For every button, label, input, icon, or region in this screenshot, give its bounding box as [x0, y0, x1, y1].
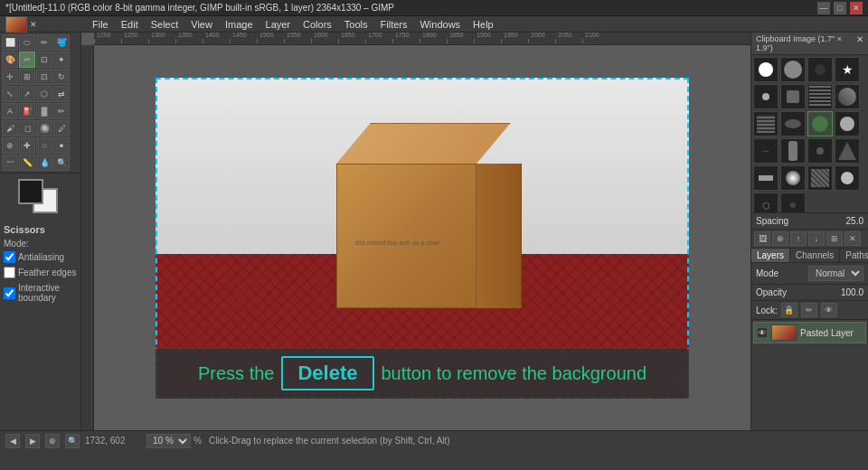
status-btn-action[interactable]: ⊕ [45, 434, 60, 448]
tool-paintbrush[interactable]: 🖌 [2, 120, 18, 136]
layer-visibility-toggle[interactable]: 👁 [757, 327, 768, 338]
mode-dropdown[interactable]: Normal [808, 266, 863, 281]
menu-colors[interactable]: Colors [297, 18, 337, 31]
brush-thumb-11[interactable] [807, 111, 833, 136]
tool-by-color[interactable]: 🎨 [2, 52, 18, 68]
lock-btn-3[interactable]: 👁 [821, 303, 837, 317]
status-btn-next[interactable]: ▶ [25, 434, 40, 448]
brush-thumb-2[interactable] [780, 57, 806, 82]
brush-thumb-21[interactable]: ⬡ [753, 193, 778, 213]
tool-perspective[interactable]: ⬡ [36, 86, 52, 102]
brush-thumb-15[interactable] [807, 138, 833, 164]
maximize-button[interactable]: □ [834, 2, 846, 14]
interactive-checkbox[interactable] [4, 287, 15, 299]
tool-measure[interactable]: 📏 [19, 155, 35, 171]
canvas-inner[interactable]: this closed box acts as a chair Press th… [94, 45, 750, 430]
brush-thumb-10[interactable] [780, 111, 806, 136]
menu-select[interactable]: Select [146, 18, 184, 31]
brushes-close[interactable]: ✕ [856, 34, 863, 52]
tool-dodge[interactable]: ○ [36, 137, 52, 154]
menu-edit[interactable]: Edit [116, 18, 144, 31]
tab-layers[interactable]: Layers [751, 249, 790, 262]
lock-btn-2[interactable]: ✏ [801, 303, 817, 317]
brush-thumb-1[interactable] [753, 57, 778, 82]
tool-rotate[interactable]: ↻ [53, 69, 70, 85]
brush-thumb-16[interactable] [835, 138, 860, 164]
layer-btn-2[interactable]: ⊕ [772, 231, 788, 246]
menu-layer[interactable]: Layer [260, 18, 297, 31]
tool-fuzzy-select[interactable]: 🪣 [53, 34, 70, 51]
menu-image[interactable]: Image [220, 18, 259, 31]
brush-thumb-20[interactable] [835, 165, 860, 191]
tab-paths[interactable]: Paths [840, 249, 868, 262]
tool-paths[interactable]: ✦ [53, 52, 70, 68]
tool-align[interactable]: ⊞ [19, 69, 35, 85]
tool-zoom[interactable]: 🔍 [53, 155, 70, 171]
image-thumbnail[interactable] [5, 16, 27, 33]
brush-thumb-5[interactable] [753, 84, 778, 109]
layer-btn-4[interactable]: ↓ [808, 231, 825, 246]
titlebar-controls: — □ ✕ [817, 2, 863, 14]
layer-btn-3[interactable]: ↑ [790, 231, 807, 246]
menu-view[interactable]: View [185, 18, 218, 31]
tool-eraser[interactable]: ◻ [19, 120, 35, 136]
tool-heal[interactable]: ✚ [19, 137, 35, 154]
lock-btn-1[interactable]: 🔒 [781, 303, 797, 317]
ruler-tick [474, 39, 475, 43]
canvas-area[interactable]: this closed box acts as a chair Press th… [81, 33, 750, 430]
brush-thumb-7[interactable] [807, 84, 833, 109]
brush-thumb-4[interactable]: ★ [835, 57, 860, 82]
mode-label: Mode [756, 268, 778, 278]
tool-scale[interactable]: ⤡ [2, 86, 18, 102]
tool-shear[interactable]: ↗ [19, 86, 35, 102]
layer-item-0[interactable]: 👁 Pasted Layer [753, 322, 866, 343]
tool-bucket-fill[interactable]: ⛽ [19, 103, 35, 119]
brush-thumb-18[interactable] [780, 165, 806, 191]
brush-thumb-14[interactable] [780, 138, 806, 164]
menu-file[interactable]: File [87, 18, 114, 31]
brush-thumb-13[interactable]: ··· [753, 138, 778, 164]
brush-thumb-17[interactable] [753, 165, 778, 191]
tool-crop[interactable]: ⊡ [36, 69, 52, 85]
tool-pencil[interactable]: ✏ [53, 103, 70, 119]
brush-thumb-19[interactable] [807, 165, 833, 191]
menu-help[interactable]: Help [467, 18, 499, 31]
close-button[interactable]: ✕ [850, 2, 863, 14]
status-btn-prev[interactable]: ◀ [5, 434, 20, 448]
image-close[interactable]: ✕ [30, 20, 37, 29]
tool-ink[interactable]: 🖊 [53, 120, 70, 136]
minimize-button[interactable]: — [817, 2, 830, 14]
brush-thumb-12[interactable] [835, 111, 860, 136]
tool-flip[interactable]: ⇄ [53, 86, 70, 102]
tool-text[interactable]: A [2, 103, 18, 119]
brush-thumb-22[interactable] [780, 193, 806, 213]
tool-colorpicker[interactable]: 💧 [36, 155, 52, 171]
brush-thumb-3[interactable] [807, 57, 833, 82]
brush-thumb-9[interactable] [753, 111, 778, 136]
feather-checkbox[interactable] [4, 267, 15, 278]
tool-foreground-select[interactable]: ⊡ [36, 52, 52, 68]
tool-scissors[interactable]: ✂ [19, 52, 35, 68]
tool-clone[interactable]: ⊕ [2, 137, 18, 154]
layer-btn-1[interactable]: 🖼 [754, 231, 770, 246]
menu-windows[interactable]: Windows [414, 18, 466, 31]
tab-channels[interactable]: Channels [790, 249, 840, 262]
brush-thumb-8[interactable] [835, 84, 860, 109]
tool-move[interactable]: ✛ [2, 69, 18, 85]
tool-ellipse-select[interactable]: ⬭ [19, 34, 35, 51]
tool-burn[interactable]: ● [53, 137, 70, 154]
menu-filters[interactable]: Filters [375, 18, 413, 31]
layer-btn-5[interactable]: ⊞ [826, 231, 843, 246]
status-btn-search[interactable]: 🔍 [65, 434, 80, 448]
tool-smudge[interactable]: 〰 [2, 155, 18, 171]
tool-rect-select[interactable]: ⬜ [2, 34, 18, 51]
menu-tools[interactable]: Tools [339, 18, 373, 31]
tool-blend[interactable]: ▓ [36, 103, 52, 119]
tool-airbrush[interactable]: 🔘 [36, 120, 52, 136]
fg-color-box[interactable] [18, 179, 43, 204]
antialiasing-checkbox[interactable] [4, 251, 15, 263]
tool-free-select[interactable]: ✏ [36, 34, 52, 51]
brush-thumb-6[interactable] [780, 84, 806, 109]
zoom-select[interactable]: 10 % [146, 434, 191, 448]
layer-btn-6[interactable]: ✕ [844, 231, 861, 246]
